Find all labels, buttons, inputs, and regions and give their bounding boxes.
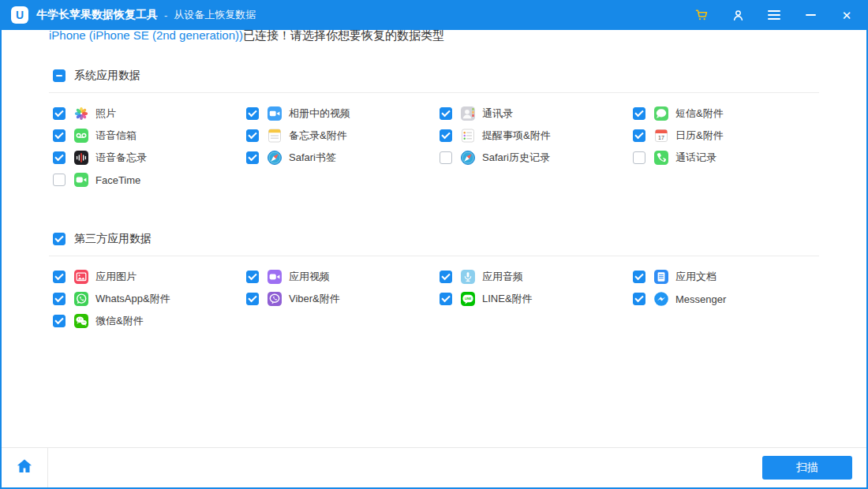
checkbox[interactable] [53,107,65,120]
data-type-item[interactable]: 相册中的视频 [246,103,440,125]
app-audio-icon [460,269,476,285]
section-checkbox[interactable] [53,69,65,82]
section-title: 第三方应用数据 [74,232,152,246]
section-header: 第三方应用数据 [53,232,866,246]
line-icon: LINE [460,291,476,307]
data-type-label: 提醒事项&附件 [482,129,551,143]
data-type-grid: 照片相册中的视频通讯录短信&附件语音信箱备忘录&附件提醒事项&附件17日历&附件… [53,103,866,191]
title-separator: - [164,9,167,21]
data-type-item[interactable]: 应用视频 [246,266,440,288]
data-type-grid: 应用图片应用视频应用音频应用文档WhatsApp&附件Viber&附件LINEL… [53,266,866,332]
checkbox[interactable] [633,107,645,120]
data-type-label: FaceTime [95,174,140,186]
section-checkbox[interactable] [53,233,65,245]
checkbox[interactable] [53,129,65,142]
data-type-item[interactable]: LINELINE&附件 [440,288,633,310]
checkbox[interactable] [633,129,645,142]
checkbox[interactable] [246,271,259,283]
data-type-item[interactable]: 照片 [53,103,246,125]
scan-button[interactable]: 扫描 [762,456,852,480]
data-type-item[interactable]: 微信&附件 [53,310,246,332]
data-type-item[interactable]: 应用文档 [633,266,826,288]
data-type-item[interactable]: 应用图片 [53,266,246,288]
data-type-label: Safari书签 [289,151,336,165]
data-type-label: 应用视频 [289,270,330,284]
app-title: 牛学长苹果数据恢复工具 [36,8,158,22]
app-logo-icon: U [11,6,28,24]
data-type-item[interactable]: Messenger [633,288,826,310]
checkbox[interactable] [53,174,65,186]
checkbox[interactable] [633,293,645,305]
close-icon[interactable]: ✕ [838,6,855,24]
data-type-label: 照片 [95,106,116,121]
data-type-label: Safari历史记录 [482,151,550,165]
checkbox[interactable] [633,271,645,283]
checkbox[interactable] [53,315,65,327]
data-type-item[interactable]: 提醒事项&附件 [440,125,633,147]
checkbox[interactable] [633,151,645,164]
data-type-label: LINE&附件 [482,292,533,306]
data-section: 系统应用数据照片相册中的视频通讯录短信&附件语音信箱备忘录&附件提醒事项&附件1… [2,69,866,191]
data-type-item[interactable]: Viber&附件 [246,288,440,310]
section-divider [49,256,819,256]
data-type-item[interactable]: 17日历&附件 [633,125,826,147]
reminders-icon [460,128,476,144]
section-divider [49,92,819,93]
data-type-item[interactable]: 通话记录 [633,147,826,169]
cart-icon[interactable] [693,6,710,24]
checkbox[interactable] [246,293,259,305]
checkbox[interactable] [440,129,452,142]
checkbox[interactable] [53,293,65,305]
user-icon[interactable] [729,6,746,24]
checkbox[interactable] [440,293,452,305]
notes-icon [267,128,282,144]
home-button[interactable] [2,448,48,487]
checkbox[interactable] [53,271,65,283]
phone-icon [653,150,669,166]
svg-text:17: 17 [658,135,664,140]
data-type-label: 日历&附件 [675,129,724,143]
data-type-label: 备忘录&附件 [289,129,347,143]
data-type-item[interactable]: 通讯录 [440,103,633,125]
photos-icon [73,106,89,121]
data-type-label: WhatsApp&附件 [95,292,170,306]
messenger-icon [653,291,669,307]
facetime-icon [73,172,89,188]
data-type-item[interactable]: Safari书签 [246,147,440,169]
connected-message: 已连接！请选择你想要恢复的数据类型 [243,28,444,42]
voice-memos-icon [73,150,89,166]
checkbox[interactable] [53,151,65,164]
safari-icon [267,150,282,166]
minimize-icon[interactable] [802,6,819,24]
titlebar: U 牛学长苹果数据恢复工具 - 从设备上恢复数据 ✕ [0,0,868,30]
app-video-icon [267,269,282,285]
data-type-item[interactable]: FaceTime [53,169,246,191]
checkbox[interactable] [440,271,452,283]
checkbox[interactable] [246,151,259,164]
checkbox[interactable] [246,129,259,142]
app-window: U 牛学长苹果数据恢复工具 - 从设备上恢复数据 ✕ [0,0,868,489]
checkbox[interactable] [246,107,259,120]
device-name: iPhone (iPhone SE (2nd generation)) [49,28,243,42]
album-video-icon [267,106,282,121]
data-type-item[interactable]: 备忘录&附件 [246,125,440,147]
menu-icon[interactable] [765,6,783,24]
data-type-label: 应用文档 [675,270,716,284]
data-type-item[interactable]: 应用音频 [440,266,633,288]
data-type-item[interactable]: Safari历史记录 [440,147,633,169]
section-title: 系统应用数据 [74,69,140,83]
data-type-item[interactable]: 语音信箱 [53,125,246,147]
data-type-item[interactable]: WhatsApp&附件 [53,288,246,310]
viber-icon [267,291,282,307]
app-image-icon [73,269,89,285]
data-type-label: 相册中的视频 [289,106,350,121]
app-doc-icon [653,269,669,285]
checkbox[interactable] [440,151,452,164]
data-type-item[interactable]: 语音备忘录 [53,147,246,169]
data-section: 第三方应用数据应用图片应用视频应用音频应用文档WhatsApp&附件Viber&… [2,232,866,332]
data-type-item[interactable]: 短信&附件 [633,103,826,125]
data-type-label: 微信&附件 [95,314,144,328]
data-type-label: 应用图片 [95,270,137,284]
messages-icon [653,106,669,121]
checkbox[interactable] [440,107,452,120]
